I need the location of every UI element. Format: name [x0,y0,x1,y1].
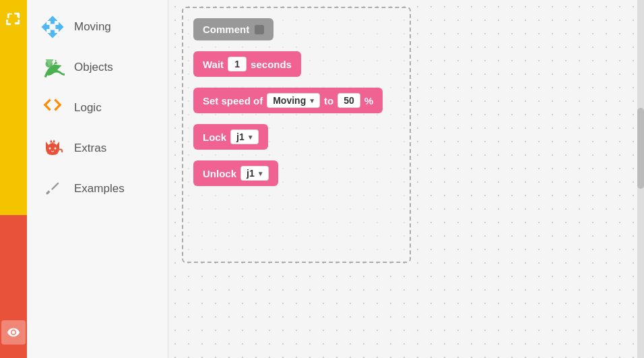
unlock-dropdown[interactable]: j1 ▼ [240,166,269,181]
wait-suffix: seconds [251,59,292,70]
set-speed-to: to [324,95,333,107]
sidebar: Moving Objects Logic [27,0,168,358]
set-speed-block[interactable]: Set speed of Moving ▼ to 50 % [193,88,399,113]
wait-label: Wait [203,59,224,70]
scrollbar[interactable] [637,0,644,358]
unlock-label: Unlock [203,168,236,179]
svg-point-2 [55,148,57,150]
move-icon [40,15,65,39]
set-speed-value[interactable]: 50 [337,93,360,108]
chevron-down-icon: ▼ [257,170,264,177]
chevron-down-icon: ▼ [309,97,315,105]
svg-point-1 [49,148,51,150]
comment-nub [255,25,264,34]
sidebar-item-objects[interactable]: Objects [27,47,168,88]
objects-icon [40,55,65,80]
sidebar-item-moving-label: Moving [74,20,111,34]
wait-value[interactable]: 1 [228,57,247,71]
comment-block[interactable]: Comment [193,18,399,40]
lock-label: Lock [203,131,226,143]
lock-dropdown[interactable]: j1 ▼ [230,129,259,144]
eye-strip-btn[interactable] [1,320,26,345]
unlock-block[interactable]: Unlock j1 ▼ [193,160,399,186]
sidebar-item-logic-label: Logic [74,101,102,115]
sidebar-item-moving[interactable]: Moving [27,7,168,47]
sidebar-item-extras-label: Extras [74,142,106,155]
canvas-area: Comment Wait 1 seconds Set speed of Movi… [168,0,644,358]
puzzle-strip-btn[interactable] [1,7,26,31]
logic-icon [40,96,65,120]
set-speed-dropdown[interactable]: Moving ▼ [267,93,320,108]
sidebar-item-examples[interactable]: Examples [27,169,168,209]
scrollbar-thumb[interactable] [637,108,644,189]
extras-icon [40,136,65,160]
set-speed-label: Set speed of [203,95,263,107]
sidebar-item-logic[interactable]: Logic [27,88,168,128]
sidebar-item-extras[interactable]: Extras [27,128,168,169]
lock-block[interactable]: Lock j1 ▼ [193,124,399,150]
chevron-down-icon: ▼ [247,133,254,141]
block-container: Comment Wait 1 seconds Set speed of Movi… [182,7,411,263]
sidebar-item-examples-label: Examples [74,182,125,196]
sidebar-strip [0,0,27,358]
comment-label: Comment [203,24,249,35]
sidebar-item-objects-label: Objects [74,61,113,74]
examples-icon [40,177,65,201]
wait-block[interactable]: Wait 1 seconds [193,51,399,77]
set-speed-suffix: % [364,95,373,107]
